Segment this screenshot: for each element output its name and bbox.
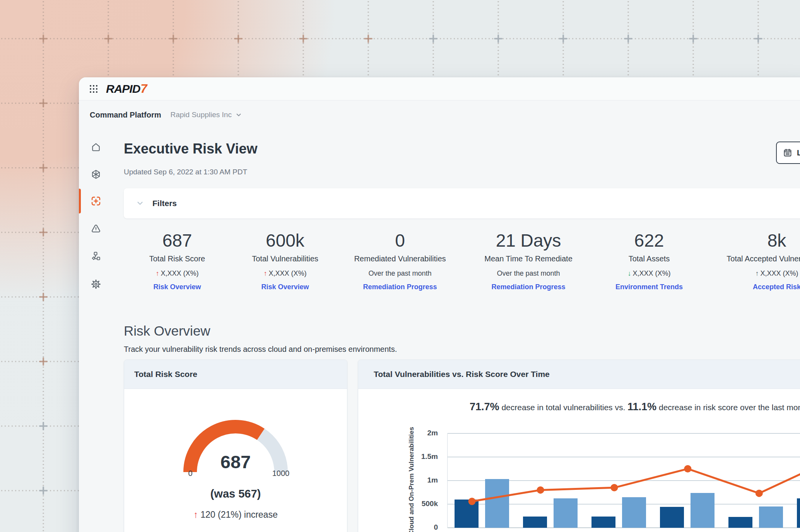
line-data-point xyxy=(610,484,618,491)
context-bar: Command Platform Rapid Supplies Inc xyxy=(90,109,242,121)
plus-mark-icon xyxy=(39,34,48,43)
plus-mark-icon xyxy=(559,34,568,43)
stat-value: 622 xyxy=(615,230,683,251)
gauge-previous-value: (was 567) xyxy=(124,488,347,500)
calendar-icon xyxy=(783,148,792,157)
bar-line-chart-plot xyxy=(447,433,800,528)
kpi-stat: 21 DaysMean Time To RemediateOver the pa… xyxy=(484,230,573,291)
line-data-point xyxy=(756,489,763,497)
stat-link[interactable]: Risk Overview xyxy=(149,283,205,291)
plus-mark-icon xyxy=(234,34,243,43)
gauge-change-text: ↑120 (21%) increase xyxy=(124,509,347,520)
down-arrow-icon: ↓ xyxy=(627,269,631,277)
filters-panel-toggle[interactable]: Filters xyxy=(124,188,800,218)
plus-mark-icon xyxy=(429,34,438,43)
stat-label: Total Vulnerabilities xyxy=(252,254,318,263)
app-launcher-grid-icon[interactable] xyxy=(90,85,97,93)
stat-label: Total Accepted Vulnerabilities xyxy=(726,254,800,263)
org-name: Rapid Supplies Inc xyxy=(170,109,231,121)
app-window: RAPID 7 Command Platform Rapid Supplies … xyxy=(79,77,800,532)
stat-link[interactable]: Remediation Progress xyxy=(484,283,573,291)
plus-mark-icon xyxy=(494,34,503,43)
sidebar-item-home-icon[interactable] xyxy=(91,142,101,153)
plus-mark-icon xyxy=(754,34,762,43)
up-arrow-icon: ↑ xyxy=(263,269,267,277)
total-risk-score-card: Total Risk Score 687 0 1000 (was 567) ↑1… xyxy=(124,360,347,532)
stat-link[interactable]: Accepted Risk xyxy=(726,283,800,291)
up-arrow-icon: ↑ xyxy=(755,269,759,277)
plus-mark-icon xyxy=(104,34,113,43)
stat-link[interactable]: Risk Overview xyxy=(252,283,318,291)
last-updated-text: Updated Sep 6, 2022 at 1:30 AM PDT xyxy=(124,168,247,176)
kpi-stats-row: 687Total Risk Score↑X,XXX (X%)Risk Overv… xyxy=(79,230,800,296)
stat-value: 21 Days xyxy=(484,230,573,251)
y-tick-label: 1m xyxy=(414,476,438,484)
kpi-stat: 0Remediated VulnerabilitiesOver the past… xyxy=(354,230,446,291)
stat-label: Mean Time To Remediate xyxy=(484,254,573,263)
plus-mark-icon xyxy=(169,34,178,43)
gauge-min-label: 0 xyxy=(185,469,196,478)
up-arrow-icon: ↑ xyxy=(156,269,159,277)
plus-mark-icon xyxy=(39,293,48,301)
stat-delta: ↑X,XXX (X%) xyxy=(252,269,318,278)
logo-wordmark: RAPID xyxy=(106,82,140,95)
stat-link[interactable]: Remediation Progress xyxy=(354,283,446,291)
stat-delta: Over the past month xyxy=(484,269,573,278)
desktop-background: RAPID 7 Command Platform Rapid Supplies … xyxy=(0,0,800,532)
plus-mark-icon xyxy=(364,34,373,43)
card-header: Total Risk Score xyxy=(124,360,347,389)
sidebar-item-attack-surface-icon[interactable] xyxy=(91,169,101,180)
line-data-point xyxy=(468,498,476,505)
kpi-stat: 622Total Assets↓X,XXX (X%)Environment Tr… xyxy=(615,230,683,291)
section-description: Track your vulnerability risk trends acr… xyxy=(124,345,397,354)
plus-mark-icon xyxy=(624,34,632,43)
y-tick-label: 0 xyxy=(414,523,438,532)
chevron-down-icon xyxy=(236,112,242,118)
stat-delta: ↑X,XXX (X%) xyxy=(149,269,205,278)
card-title: Total Vulnerabilities vs. Risk Score Ove… xyxy=(358,370,550,379)
product-name: Command Platform xyxy=(90,109,161,121)
vulns-vs-risk-card: Total Vulnerabilities vs. Risk Score Ove… xyxy=(358,360,800,532)
active-nav-indicator xyxy=(79,189,81,213)
card-title: Total Risk Score xyxy=(124,370,197,379)
chart-subtitle: 71.7% decrease in total vulnerabilities … xyxy=(470,401,800,413)
gauge-max-label: 1000 xyxy=(269,469,292,478)
logo-seven-icon: 7 xyxy=(140,82,147,96)
plus-mark-icon xyxy=(689,34,697,43)
plus-mark-icon xyxy=(39,228,48,237)
plus-mark-icon xyxy=(39,422,48,430)
stat-value: 0 xyxy=(354,230,446,251)
plus-mark-icon xyxy=(39,164,48,172)
stat-value: 600k xyxy=(252,230,318,251)
plus-mark-icon xyxy=(39,99,48,107)
stat-label: Remediated Vulnerabilities xyxy=(354,254,446,263)
stat-delta: ↑X,XXX (X%) xyxy=(726,269,800,278)
line-data-point xyxy=(537,486,544,494)
stat-value: 8k xyxy=(726,230,800,251)
stat-value: 687 xyxy=(149,230,205,251)
stat-delta: ↓X,XXX (X%) xyxy=(615,269,683,278)
chevron-down-icon xyxy=(136,200,144,207)
date-range-button[interactable]: L xyxy=(776,142,800,164)
kpi-stat: 8kTotal Accepted Vulnerabilities↑X,XXX (… xyxy=(726,230,800,291)
y-tick-label: 500k xyxy=(414,500,438,508)
filters-label: Filters xyxy=(152,199,177,208)
gauge-value: 687 xyxy=(124,451,347,472)
plus-mark-icon xyxy=(299,34,308,43)
stat-delta: Over the past month xyxy=(354,269,446,278)
date-range-label: L xyxy=(797,148,800,157)
page-title: Executive Risk View xyxy=(124,141,258,157)
kpi-stat: 687Total Risk Score↑X,XXX (X%)Risk Overv… xyxy=(149,230,205,291)
stat-link[interactable]: Environment Trends xyxy=(615,283,683,291)
stat-label: Total Assets xyxy=(615,254,683,263)
kpi-stat: 600kTotal Vulnerabilities↑X,XXX (X%)Risk… xyxy=(252,230,318,291)
stat-label: Total Risk Score xyxy=(149,254,205,263)
sidebar-item-scan-target-icon[interactable] xyxy=(91,196,101,206)
risk-score-line xyxy=(448,433,800,528)
plus-mark-icon xyxy=(39,486,48,495)
rapid7-logo: RAPID 7 xyxy=(106,82,147,96)
up-arrow-icon: ↑ xyxy=(193,509,198,520)
card-header: Total Vulnerabilities vs. Risk Score Ove… xyxy=(358,360,800,389)
org-selector[interactable]: Rapid Supplies Inc xyxy=(170,109,241,121)
y-tick-label: 2m xyxy=(414,429,438,437)
